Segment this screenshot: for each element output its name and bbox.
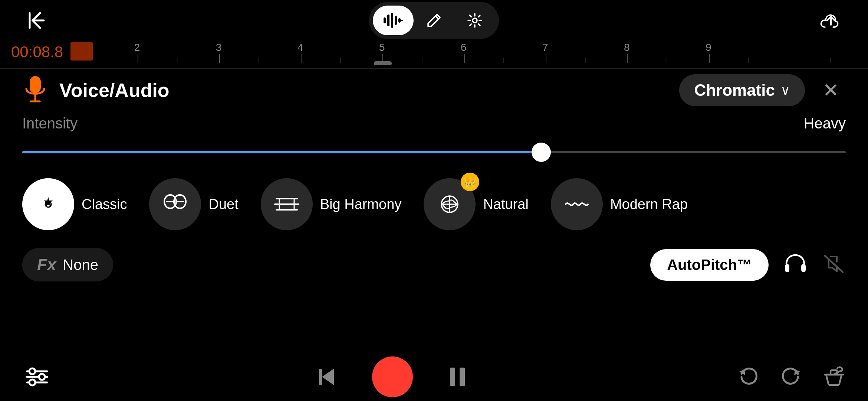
time-main: 00:08 bbox=[11, 43, 50, 61]
time-decimal: .8 bbox=[50, 43, 63, 61]
back-button[interactable] bbox=[22, 6, 52, 35]
svg-marker-61 bbox=[794, 369, 800, 375]
skip-back-button[interactable] bbox=[313, 362, 342, 392]
svg-text:5: 5 bbox=[379, 42, 385, 53]
chevron-down-icon: ∨ bbox=[780, 82, 790, 98]
voice-option-classic[interactable]: Classic bbox=[22, 178, 127, 230]
mic-icon bbox=[24, 75, 46, 105]
intensity-section: Intensity Heavy bbox=[22, 115, 846, 163]
record-button[interactable] bbox=[372, 356, 413, 397]
waveform-tab-button[interactable] bbox=[373, 6, 414, 35]
svg-text:8: 8 bbox=[624, 42, 630, 53]
natural-icon: 👑 bbox=[424, 178, 476, 230]
svg-rect-50 bbox=[801, 264, 806, 272]
voice-options: Classic Duet Big Harmony bbox=[22, 178, 846, 230]
bucket-button[interactable] bbox=[822, 364, 846, 390]
voice-audio-title: Voice/Audio bbox=[59, 79, 170, 101]
duet-label: Duet bbox=[208, 196, 238, 212]
voice-option-big-harmony[interactable]: Big Harmony bbox=[261, 178, 402, 230]
svg-text:9: 9 bbox=[706, 42, 711, 53]
duet-icon bbox=[149, 178, 201, 230]
close-button[interactable]: ✕ bbox=[816, 75, 846, 105]
svg-point-55 bbox=[39, 374, 45, 380]
svg-text:4: 4 bbox=[297, 42, 303, 53]
svg-rect-49 bbox=[785, 264, 789, 272]
undo-button[interactable] bbox=[733, 362, 762, 392]
svg-rect-2 bbox=[391, 13, 393, 28]
modern-rap-label: Modern Rap bbox=[610, 196, 688, 212]
intensity-slider[interactable] bbox=[22, 141, 846, 163]
svg-rect-3 bbox=[395, 16, 397, 25]
slider-track bbox=[22, 151, 846, 153]
top-toolbar bbox=[0, 0, 868, 41]
svg-text:7: 7 bbox=[542, 42, 548, 53]
chromatic-label: Chromatic bbox=[694, 81, 775, 100]
mixer-button[interactable] bbox=[22, 362, 52, 392]
svg-rect-33 bbox=[30, 76, 41, 93]
modern-rap-icon bbox=[551, 178, 603, 230]
svg-marker-58 bbox=[322, 369, 334, 385]
settings-tab-button[interactable] bbox=[454, 6, 495, 35]
center-playback bbox=[313, 356, 472, 397]
mute-audio-button[interactable] bbox=[822, 253, 846, 277]
upload-button[interactable] bbox=[816, 6, 846, 35]
svg-rect-0 bbox=[384, 17, 386, 23]
bottom-controls bbox=[0, 353, 868, 401]
slider-fill bbox=[22, 151, 541, 153]
right-controls: AutoPitch™ bbox=[650, 249, 846, 281]
time-display: 00:08.8 bbox=[11, 43, 63, 61]
slider-thumb[interactable] bbox=[532, 143, 551, 162]
svg-text:6: 6 bbox=[461, 42, 467, 53]
chromatic-dropdown[interactable]: Chromatic ∨ bbox=[679, 74, 805, 106]
voice-left: Voice/Audio bbox=[22, 77, 170, 103]
svg-rect-5 bbox=[401, 20, 403, 21]
svg-point-6 bbox=[473, 18, 477, 23]
fx-none-label: None bbox=[63, 257, 98, 273]
voice-option-natural[interactable]: 👑 Natural bbox=[424, 178, 529, 230]
headphone-button[interactable] bbox=[783, 253, 807, 277]
intensity-value: Heavy bbox=[804, 115, 846, 132]
intensity-label: Intensity bbox=[22, 115, 78, 132]
svg-text:3: 3 bbox=[216, 42, 222, 53]
natural-label: Natural bbox=[483, 196, 529, 212]
classic-label: Classic bbox=[82, 196, 127, 212]
classic-icon bbox=[22, 178, 74, 230]
crown-badge: 👑 bbox=[461, 173, 479, 191]
center-toolbar bbox=[369, 2, 499, 39]
svg-point-57 bbox=[29, 379, 35, 385]
autopitch-label: AutoPitch™ bbox=[667, 257, 752, 273]
svg-rect-15 bbox=[374, 61, 392, 65]
right-playback bbox=[733, 362, 846, 392]
pause-bar-left bbox=[450, 368, 455, 386]
svg-rect-1 bbox=[387, 14, 389, 26]
voice-audio-header: Voice/Audio Chromatic ∨ ✕ bbox=[0, 70, 868, 111]
pause-button[interactable] bbox=[443, 362, 472, 392]
fx-section: Fx None AutoPitch™ bbox=[22, 248, 846, 281]
intensity-header: Intensity Heavy bbox=[22, 115, 846, 132]
svg-point-53 bbox=[29, 368, 35, 374]
timeline-ruler: 00:08.8 2 3 4 5 6 7 8 bbox=[0, 35, 868, 69]
voice-option-duet[interactable]: Duet bbox=[149, 178, 238, 230]
autopitch-button[interactable]: AutoPitch™ bbox=[650, 249, 769, 281]
svg-marker-60 bbox=[739, 369, 745, 375]
mic-icon-container bbox=[22, 77, 48, 103]
svg-rect-4 bbox=[398, 18, 401, 23]
big-harmony-label: Big Harmony bbox=[320, 196, 402, 212]
svg-rect-59 bbox=[319, 369, 322, 385]
ruler-container[interactable]: 2 3 4 5 6 7 8 9 bbox=[70, 39, 857, 65]
voice-option-modern-rap[interactable]: Modern Rap bbox=[551, 178, 688, 230]
pause-bar-right bbox=[460, 368, 465, 386]
fx-button[interactable]: Fx None bbox=[22, 248, 113, 281]
pen-tab-button[interactable] bbox=[414, 6, 454, 35]
svg-text:2: 2 bbox=[134, 42, 140, 53]
fx-label: Fx bbox=[37, 255, 56, 274]
big-harmony-icon bbox=[261, 178, 313, 230]
redo-button[interactable] bbox=[777, 362, 807, 392]
